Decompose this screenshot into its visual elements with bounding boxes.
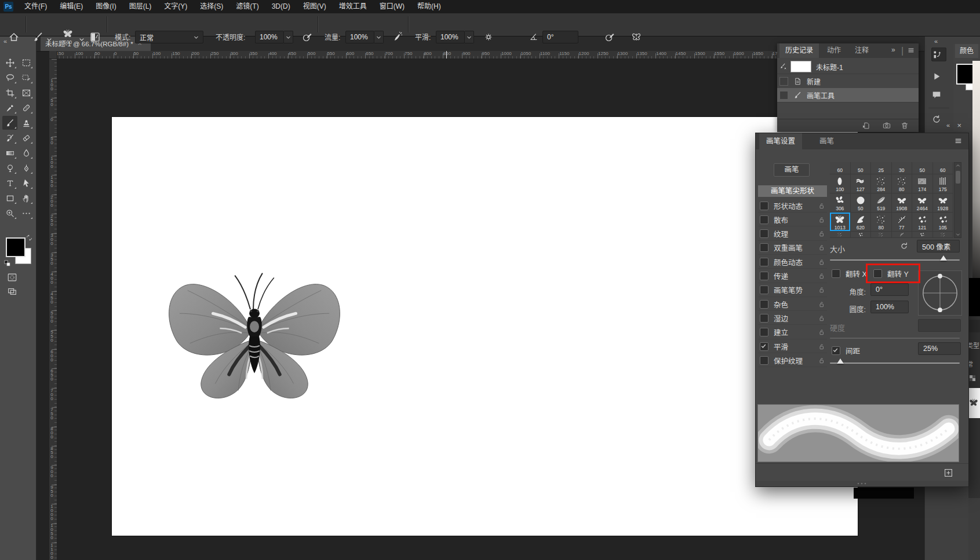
flip-x-checkbox[interactable] bbox=[832, 269, 840, 278]
brush-option-row-8[interactable]: 湿边 bbox=[758, 312, 827, 325]
brush-tip-cell[interactable] bbox=[851, 232, 872, 238]
flip-x-control[interactable]: 翻转 X bbox=[830, 267, 866, 280]
roundness-input[interactable]: 100% bbox=[870, 301, 909, 313]
tool-object-selection[interactable] bbox=[19, 71, 34, 85]
brush-tip-cell-174[interactable]: 174 bbox=[912, 174, 933, 193]
brush-tip-cell-1928[interactable]: 1928 bbox=[933, 193, 954, 213]
layer-thumbnail[interactable] bbox=[968, 388, 980, 418]
menu-window[interactable]: 窗口(W) bbox=[373, 0, 411, 13]
tool-more[interactable] bbox=[19, 206, 34, 220]
brush-tip-cell-50[interactable]: 50 bbox=[912, 162, 933, 174]
collapse-panel-icon[interactable]: « bbox=[946, 122, 949, 129]
lock-open-icon[interactable] bbox=[818, 343, 825, 350]
lock-open-icon[interactable] bbox=[818, 357, 825, 364]
brushes-button[interactable]: 画笔 bbox=[774, 163, 810, 177]
tab-actions[interactable]: 动作 bbox=[821, 43, 847, 58]
brush-option-row-9[interactable]: 建立 bbox=[758, 326, 827, 339]
spacing-control[interactable]: 间距 bbox=[830, 344, 870, 357]
menu-view[interactable]: 视图(V) bbox=[297, 0, 333, 13]
menu-3d[interactable]: 3D(D) bbox=[265, 0, 297, 13]
brush-tip-cell-284[interactable]: 284 bbox=[871, 174, 892, 193]
brush-option-row-1[interactable]: 散布 bbox=[758, 213, 827, 226]
brush-option-checkbox[interactable] bbox=[760, 300, 768, 309]
tool-eraser[interactable] bbox=[19, 131, 34, 145]
chevron-down-icon[interactable] bbox=[79, 35, 85, 40]
history-snapshot-row[interactable]: 未标题-1 bbox=[777, 60, 919, 74]
brush-tip-cell-80[interactable]: 80 bbox=[892, 174, 913, 193]
notes-panel-icon[interactable] bbox=[931, 88, 946, 102]
size-slider-thumb[interactable] bbox=[940, 255, 947, 261]
spacing-slider[interactable] bbox=[830, 363, 960, 364]
collapse-dock-icon[interactable]: « bbox=[934, 38, 937, 45]
brush-option-row-2[interactable]: 纹理 bbox=[758, 228, 827, 241]
brush-tip-cell-306[interactable]: 306 bbox=[830, 193, 851, 213]
brush-option-checkbox[interactable] bbox=[760, 314, 768, 323]
smoothing-dropdown-button[interactable] bbox=[465, 31, 474, 43]
history-panel-icon[interactable] bbox=[931, 112, 946, 126]
menu-help[interactable]: 帮助(H) bbox=[411, 0, 447, 13]
foreground-color-swatch[interactable] bbox=[6, 237, 25, 257]
tool-clone-stamp[interactable] bbox=[19, 116, 34, 130]
brush-angle-input[interactable]: 0° bbox=[542, 31, 578, 43]
history-state-row-selected[interactable]: 画笔工具 bbox=[777, 88, 919, 103]
delete-state-trash-icon[interactable] bbox=[900, 121, 909, 130]
history-source-well[interactable] bbox=[779, 91, 788, 100]
brush-option-row-7[interactable]: 杂色 bbox=[758, 298, 827, 311]
menu-filter[interactable]: 滤镜(T) bbox=[229, 0, 265, 13]
panel-menu-icon[interactable] bbox=[907, 47, 915, 54]
brush-tip-cell-175[interactable]: 175 bbox=[933, 174, 954, 193]
lock-open-icon[interactable] bbox=[818, 216, 825, 224]
panel-resize-grip[interactable] bbox=[756, 481, 968, 486]
tool-blur[interactable] bbox=[19, 146, 34, 160]
menu-image[interactable]: 图像(I) bbox=[89, 0, 122, 13]
brush-option-checkbox[interactable] bbox=[760, 243, 768, 252]
brush-tip-cell-25[interactable]: 25 bbox=[871, 162, 892, 174]
canvas[interactable] bbox=[112, 117, 858, 536]
lock-open-icon[interactable] bbox=[818, 272, 825, 280]
brush-preset-picker[interactable]: 500 bbox=[59, 28, 76, 45]
symmetry-butterfly-icon[interactable] bbox=[631, 31, 642, 43]
grid-scrollbar[interactable] bbox=[954, 162, 961, 238]
tool-rectangle[interactable] bbox=[2, 191, 17, 205]
close-panel-icon[interactable]: × bbox=[957, 121, 961, 130]
brush-option-checkbox[interactable] bbox=[760, 342, 768, 351]
brush-tip-cell[interactable] bbox=[933, 232, 954, 238]
brush-option-checkbox[interactable] bbox=[760, 356, 768, 365]
tool-frame[interactable] bbox=[19, 86, 34, 100]
tool-move[interactable] bbox=[2, 56, 17, 69]
chevron-down-icon[interactable] bbox=[46, 35, 52, 40]
lock-open-icon[interactable] bbox=[818, 244, 825, 251]
reset-size-icon[interactable] bbox=[899, 241, 909, 251]
brush-tip-cell-30[interactable]: 30 bbox=[892, 162, 913, 174]
brush-option-checkbox[interactable] bbox=[760, 328, 768, 336]
lock-open-icon[interactable] bbox=[818, 314, 825, 322]
brush-tip-cell-127[interactable]: 127 bbox=[851, 174, 872, 193]
tab-color[interactable]: 颜色 bbox=[955, 44, 978, 58]
opacity-input[interactable]: 100% bbox=[255, 31, 284, 43]
menu-layer[interactable]: 图层(L) bbox=[123, 0, 158, 13]
brush-option-checkbox[interactable] bbox=[760, 229, 768, 238]
brush-tip-cell[interactable] bbox=[871, 232, 892, 238]
tool-history-brush[interactable] bbox=[2, 131, 17, 145]
tool-eyedropper[interactable] bbox=[2, 101, 17, 115]
tool-crop[interactable] bbox=[2, 86, 17, 100]
size-value-box[interactable]: 500 像素 bbox=[917, 240, 960, 252]
angle-roundness-widget[interactable] bbox=[918, 270, 962, 316]
tool-healing-brush[interactable] bbox=[19, 101, 34, 115]
brush-option-row-10[interactable]: 平滑 bbox=[758, 340, 827, 353]
panel-menu-icon[interactable] bbox=[954, 138, 963, 145]
brush-tip-cell-620[interactable]: 620 bbox=[851, 213, 872, 232]
pressure-opacity-icon[interactable] bbox=[301, 31, 313, 43]
spacing-value-box[interactable]: 25% bbox=[918, 342, 961, 355]
tool-path-selection[interactable] bbox=[19, 176, 34, 190]
brush-option-row-0[interactable]: 形状动态 bbox=[758, 199, 827, 213]
menu-edit[interactable]: 编辑(E) bbox=[53, 0, 89, 13]
brush-tip-cell-80[interactable]: 80 bbox=[871, 213, 892, 232]
color-ramp-strip[interactable] bbox=[972, 61, 980, 316]
quick-mask-icon[interactable] bbox=[7, 272, 17, 283]
brush-tip-cell[interactable] bbox=[830, 232, 851, 238]
brush-option-checkbox[interactable] bbox=[760, 258, 768, 266]
history-source-panel-icon[interactable] bbox=[931, 47, 946, 61]
brush-tip-cell-50[interactable]: 50 bbox=[851, 162, 872, 174]
brush-tip-cell-60[interactable]: 60 bbox=[933, 162, 954, 174]
